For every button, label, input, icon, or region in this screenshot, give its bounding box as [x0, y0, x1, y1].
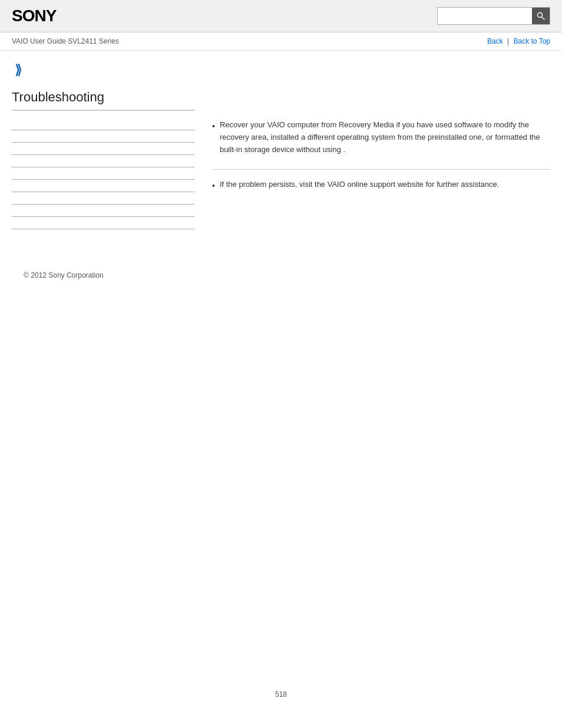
list-item: Recover your VAIO computer from Recovery… — [212, 119, 550, 166]
footer: © 2012 Sony Corporation — [12, 265, 550, 285]
chevron-right-icon: ⟫ — [15, 62, 22, 77]
list-item: If the problem persists, visit the VAIO … — [212, 179, 550, 203]
search-container[interactable] — [437, 7, 550, 25]
chevron-container: ⟫ — [15, 62, 550, 78]
list-item[interactable] — [12, 180, 194, 192]
header: SONY — [0, 0, 562, 32]
list-item[interactable] — [12, 130, 194, 143]
back-link[interactable]: Back — [487, 37, 503, 45]
bullet-text-2: If the problem persists, visit the VAIO … — [220, 179, 499, 191]
bullet-divider — [212, 169, 550, 170]
sidebar-links — [12, 118, 194, 229]
bullet-list: Recover your VAIO computer from Recovery… — [212, 119, 550, 166]
breadcrumb: VAIO User Guide SVL2411 Series — [12, 37, 119, 45]
list-item[interactable] — [12, 167, 194, 180]
nav-separator: | — [507, 37, 509, 45]
nav-bar: VAIO User Guide SVL2411 Series Back | Ba… — [0, 32, 562, 51]
bullet-text-1: Recover your VAIO computer from Recovery… — [220, 119, 550, 156]
main-content: ⟫ Troubleshooting — [0, 51, 562, 297]
list-item[interactable] — [12, 192, 194, 205]
sony-logo: SONY — [12, 6, 56, 25]
back-to-top-link[interactable]: Back to Top — [514, 37, 550, 45]
bullet-list-2: If the problem persists, visit the VAIO … — [212, 179, 550, 203]
page-number: 518 — [0, 678, 562, 710]
list-item[interactable] — [12, 143, 194, 155]
two-column-layout: Troubleshooting — [12, 90, 550, 229]
svg-line-1 — [542, 17, 545, 20]
list-item[interactable] — [12, 118, 194, 130]
search-button[interactable] — [532, 8, 550, 24]
search-input[interactable] — [438, 9, 532, 22]
right-content: Recover your VAIO computer from Recovery… — [212, 90, 550, 229]
list-item[interactable] — [12, 217, 194, 229]
copyright-text: © 2012 Sony Corporation — [24, 271, 104, 279]
list-item[interactable] — [12, 155, 194, 167]
section-title: Troubleshooting — [12, 90, 194, 111]
list-item[interactable] — [12, 205, 194, 217]
left-sidebar: Troubleshooting — [12, 90, 194, 229]
search-icon — [537, 12, 545, 20]
nav-links: Back | Back to Top — [487, 37, 550, 45]
